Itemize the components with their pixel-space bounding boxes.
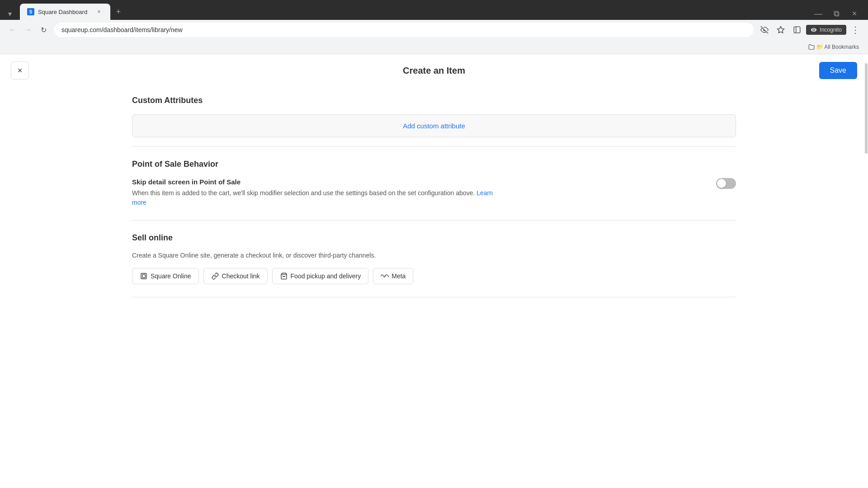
- all-bookmarks-button[interactable]: 📁 All Bookmarks: [805, 43, 863, 51]
- page-content: × Create an Item Save Custom Attributes …: [0, 54, 868, 488]
- page-title: Create an Item: [403, 66, 465, 76]
- pos-section-title: Point of Sale Behavior: [132, 160, 736, 169]
- address-text: squareup.com/dashboard/items/library/new: [61, 26, 183, 33]
- refresh-button[interactable]: ↻: [36, 23, 51, 37]
- meta-label: Meta: [392, 272, 406, 280]
- food-pickup-button[interactable]: Food pickup and delivery: [272, 268, 369, 284]
- custom-attributes-title: Custom Attributes: [132, 96, 736, 105]
- checkout-link-icon: [211, 272, 219, 280]
- incognito-label: Incognito: [820, 27, 842, 33]
- star-icon[interactable]: [774, 23, 788, 37]
- scrollbar-thumb[interactable]: [865, 63, 868, 154]
- meta-icon: [381, 272, 389, 280]
- checkout-link-button[interactable]: Checkout link: [203, 268, 268, 284]
- profile-icon[interactable]: ▾: [4, 7, 16, 20]
- add-custom-attribute-button[interactable]: Add custom attribute: [132, 114, 736, 137]
- skip-detail-toggle[interactable]: [716, 178, 736, 189]
- incognito-badge: Incognito: [806, 25, 846, 35]
- tab-favicon: [27, 8, 34, 15]
- svg-marker-1: [778, 27, 784, 33]
- square-online-icon: [140, 272, 148, 280]
- toggle-slider: [716, 178, 736, 189]
- minimize-button[interactable]: —: [812, 7, 825, 20]
- scrollbar-track[interactable]: [864, 54, 868, 488]
- maximize-button[interactable]: ⧉: [830, 7, 843, 20]
- save-button[interactable]: Save: [819, 62, 857, 79]
- sell-online-section: Sell online Create a Square Online site,…: [0, 221, 868, 297]
- close-button[interactable]: ×: [11, 61, 29, 80]
- square-online-label: Square Online: [151, 272, 191, 280]
- custom-attributes-section: Custom Attributes Add custom attribute: [0, 87, 868, 146]
- new-tab-button[interactable]: +: [112, 5, 125, 18]
- food-pickup-icon: [280, 272, 288, 280]
- channel-buttons-group: Square Online Checkout link: [132, 268, 736, 284]
- svg-rect-2: [794, 27, 801, 33]
- eye-slash-icon[interactable]: [757, 23, 772, 37]
- page-header: × Create an Item Save: [0, 54, 868, 87]
- svg-rect-4: [141, 273, 146, 279]
- sell-online-description: Create a Square Online site, generate a …: [132, 252, 736, 259]
- back-button[interactable]: ←: [5, 23, 20, 37]
- sidebar-icon[interactable]: [790, 23, 804, 37]
- tab-close-button[interactable]: ×: [95, 8, 103, 16]
- bookmarks-label: 📁 All Bookmarks: [816, 44, 859, 50]
- svg-rect-5: [142, 275, 146, 278]
- checkout-link-label: Checkout link: [222, 272, 260, 280]
- window-close-button[interactable]: ×: [848, 7, 861, 20]
- sell-online-title: Sell online: [132, 233, 736, 243]
- pos-behavior-section: Point of Sale Behavior Skip detail scree…: [0, 147, 868, 220]
- skip-detail-title: Skip detail screen in Point of Sale: [132, 178, 698, 186]
- square-online-button[interactable]: Square Online: [132, 268, 199, 284]
- forward-button[interactable]: →: [21, 23, 35, 37]
- skip-detail-row: Skip detail screen in Point of Sale When…: [132, 178, 736, 207]
- divider-3: [132, 297, 736, 297]
- active-tab: Square Dashboard ×: [20, 4, 110, 20]
- menu-button[interactable]: ⋮: [848, 23, 863, 37]
- tab-title: Square Dashboard: [38, 9, 91, 15]
- skip-detail-info: Skip detail screen in Point of Sale When…: [132, 178, 698, 207]
- food-pickup-label: Food pickup and delivery: [291, 272, 361, 280]
- skip-detail-description: When this item is added to the cart, we'…: [132, 188, 494, 207]
- meta-button[interactable]: Meta: [373, 268, 413, 284]
